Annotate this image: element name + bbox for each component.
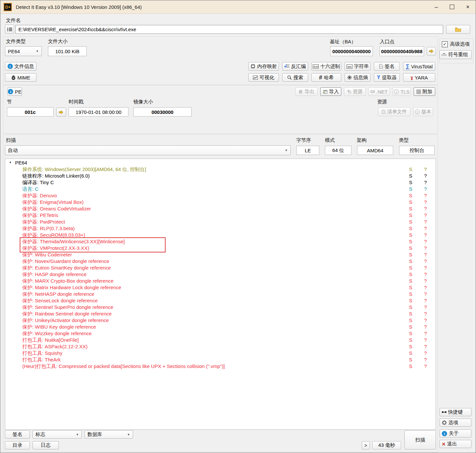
result-row-help-flag[interactable]: ? <box>424 251 427 258</box>
result-row-help-flag[interactable]: ? <box>424 219 427 225</box>
mode-value[interactable]: 64 位 <box>325 146 351 155</box>
result-row[interactable]: 链接程序: Microsoft Linker(6.0)S? <box>5 173 436 179</box>
extractor-button[interactable]: Y 提取器 <box>374 73 400 82</box>
tree-expand-icon[interactable]: ▼ <box>9 161 12 164</box>
demangle-button[interactable]: ‹T› 符号重组 <box>440 50 472 59</box>
strings-button[interactable]: abc 字符串 <box>345 62 371 71</box>
result-row[interactable]: 打包工具: ASPack(2.12-2.XX)S? <box>5 343 436 350</box>
file-type-select[interactable]: PE64 ▼ <box>5 46 42 56</box>
maximize-button[interactable] <box>444 0 460 13</box>
search-button[interactable]: 搜索 <box>282 73 308 82</box>
result-row-help-flag[interactable]: ? <box>424 343 427 350</box>
result-row-signature-flag[interactable]: S <box>409 232 412 238</box>
result-row[interactable]: 保护: Wizzkey dongle referenceS? <box>5 330 436 337</box>
mime-button[interactable]: MIME <box>5 73 36 82</box>
file-size-value[interactable]: 101.00 KiB <box>48 46 87 56</box>
result-row-signature-flag[interactable]: S <box>409 324 412 330</box>
result-row-signature-flag[interactable]: S <box>409 343 412 350</box>
result-row[interactable]: 语言: CS? <box>5 186 436 192</box>
result-row[interactable]: 保护: Matrix Hardware Lock dongle referenc… <box>5 284 436 291</box>
result-row[interactable]: 保护器: PwdProtectS? <box>5 219 436 225</box>
result-row-signature-flag[interactable]: S <box>409 297 412 304</box>
result-row-signature-flag[interactable]: S <box>409 311 412 317</box>
result-row-signature-flag[interactable]: S <box>409 205 412 212</box>
disasm-button[interactable]: 反汇编 <box>282 62 308 71</box>
result-row-signature-flag[interactable]: S <box>409 265 412 271</box>
result-row-signature-flag[interactable]: S <box>409 173 412 179</box>
result-row-signature-flag[interactable]: S <box>409 225 412 232</box>
result-row-signature-flag[interactable]: S <box>409 186 412 192</box>
result-row-signature-flag[interactable]: S <box>409 212 412 219</box>
result-row-signature-flag[interactable]: S <box>409 271 412 278</box>
result-row-help-flag[interactable]: ? <box>424 337 427 343</box>
scan-engine-select[interactable]: 自动 ▼ <box>5 145 291 155</box>
result-row-signature-flag[interactable]: S <box>409 179 412 186</box>
result-row[interactable]: 保护器: Enigma(Virtual Box)S? <box>5 199 436 205</box>
result-row[interactable]: 保护器: PETetrisS? <box>5 212 436 219</box>
options-button[interactable]: 选项 <box>440 419 471 427</box>
result-row[interactable]: 操作系统: Windows(Server 2003)[AMD64, 64 位, … <box>5 166 436 173</box>
result-row-help-flag[interactable]: ? <box>424 258 427 265</box>
virustotal-button[interactable]: ∑ VirusTotal <box>403 62 435 71</box>
result-row[interactable]: 保护: HASP dongle referenceS? <box>5 271 436 278</box>
result-row-help-flag[interactable]: ? <box>424 297 427 304</box>
result-row-help-flag[interactable]: ? <box>424 166 427 173</box>
result-row-signature-flag[interactable]: S <box>409 219 412 225</box>
result-row[interactable]: 保护: Eutron SmartKey dongle referenceS? <box>5 265 436 271</box>
result-row-help-flag[interactable]: ? <box>424 291 427 297</box>
result-row-help-flag[interactable]: ? <box>424 278 427 284</box>
hex-button[interactable]: 0101 十六进制 <box>311 62 341 71</box>
result-row-help-flag[interactable]: ? <box>424 350 427 356</box>
result-row[interactable]: 保护器: Oreans CodeVirtualizerS? <box>5 205 436 212</box>
result-row-signature-flag[interactable]: S <box>409 278 412 284</box>
sections-goto-button[interactable] <box>56 108 66 117</box>
result-row-help-flag[interactable]: ? <box>424 192 427 199</box>
result-row[interactable]: 保护: WIBU Key dongle referenceS? <box>5 324 436 330</box>
pe-resources-button[interactable]: 资源 <box>344 87 366 96</box>
result-row[interactable]: 保护: SenseLock dongle referenceS? <box>5 297 436 304</box>
result-row-signature-flag[interactable]: S <box>409 356 412 363</box>
overlay-button[interactable]: 附加 <box>414 87 435 96</box>
result-row-help-flag[interactable]: ? <box>424 317 427 324</box>
result-row[interactable]: 打包工具: TheArkS? <box>5 356 436 363</box>
result-row[interactable]: 编译器: Tiny CS? <box>5 179 436 186</box>
result-row-help-flag[interactable]: ? <box>424 232 427 238</box>
arch-value[interactable]: AMD64 <box>357 146 393 155</box>
result-row-signature-flag[interactable]: S <box>409 350 412 356</box>
result-row-help-flag[interactable]: ? <box>424 173 427 179</box>
hash-button[interactable]: # 哈希 <box>311 73 341 82</box>
import-button[interactable]: 导入 <box>320 87 341 96</box>
result-row[interactable]: 保护器: RLP(0.7.3.beta)S? <box>5 225 436 232</box>
result-row[interactable]: 保护器: DenuvoS? <box>5 192 436 199</box>
result-row-help-flag[interactable]: ? <box>424 225 427 232</box>
advanced-options-checkbox[interactable]: ✓ 高级选项 <box>442 41 470 47</box>
expand-button[interactable]: > <box>362 441 370 449</box>
result-root-row[interactable]: ▼ PE64 <box>5 159 436 166</box>
result-row-help-flag[interactable]: ? <box>424 304 427 311</box>
version-button[interactable]: v 版本 <box>413 107 433 116</box>
result-row-help-flag[interactable]: ? <box>424 199 427 205</box>
flags-select[interactable]: 标志 ▼ <box>33 430 82 439</box>
result-row-signature-flag[interactable]: S <box>409 258 412 265</box>
result-row-signature-flag[interactable]: S <box>409 304 412 311</box>
sections-value[interactable]: 001c <box>7 107 54 117</box>
yara-button[interactable]: ɣ YARA <box>403 73 435 82</box>
result-row-signature-flag[interactable]: S <box>409 291 412 297</box>
result-row-help-flag[interactable]: ? <box>424 356 427 363</box>
result-row[interactable]: 保护: Novex/Guardant dongle referenceS? <box>5 258 436 265</box>
result-row-help-flag[interactable]: ? <box>424 238 427 245</box>
export-button[interactable]: 导出 <box>295 87 318 96</box>
shortcuts-button[interactable]: 快捷键 <box>440 408 471 416</box>
pe-button[interactable]: i PE <box>8 87 22 96</box>
result-row-help-flag[interactable]: ? <box>424 186 427 192</box>
result-row[interactable]: 保护: Sentinel SuperPro dongle referenceS? <box>5 304 436 311</box>
close-button[interactable]: × <box>460 0 476 13</box>
browse-button[interactable] <box>446 25 470 34</box>
entry-point-value[interactable]: 00000000040b988 <box>379 46 424 56</box>
result-row[interactable]: 打包工具: Nuitka[OneFile]S? <box>5 337 436 343</box>
footer-signatures-button[interactable]: 签名 <box>5 430 30 439</box>
result-row-signature-flag[interactable]: S <box>409 330 412 337</box>
entropy-button[interactable]: 信息熵 <box>345 73 371 82</box>
result-row-signature-flag[interactable]: S <box>409 192 412 199</box>
result-row-signature-flag[interactable]: S <box>409 363 412 370</box>
